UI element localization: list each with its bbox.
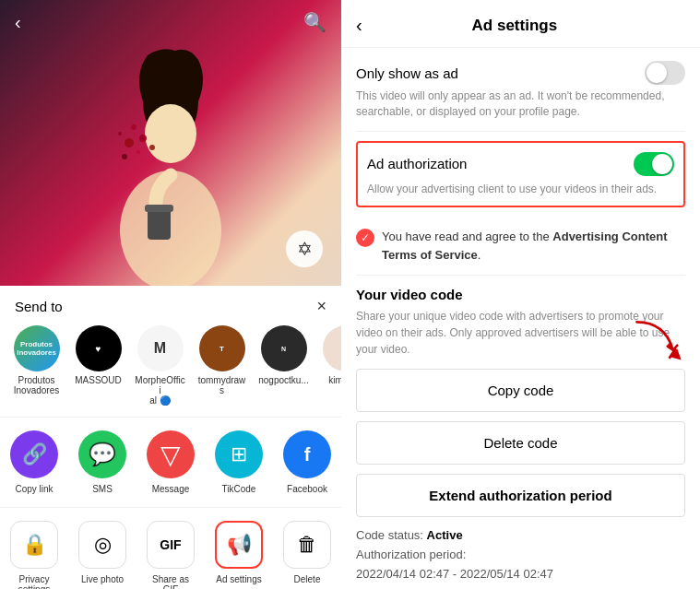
only-show-as-ad-row: Only show as ad <box>356 48 685 88</box>
only-show-desc: This video will only appear as an ad. It… <box>356 88 685 132</box>
contact-item[interactable]: ProdutosInovadores ProdutosInovadores <box>11 325 62 406</box>
copy-link-icon: 🔗 <box>10 430 58 478</box>
actions-row-1: 🔗 Copy link 💬 SMS ▽ Message ⊞ TikCode f … <box>0 417 341 507</box>
contact-item[interactable]: K kimmies <box>320 325 341 406</box>
auth-period-value: 2022/04/14 02:47 - 2022/05/14 02:47 <box>356 567 553 581</box>
ad-authorization-box: Ad authorization Allow your advertising … <box>356 141 685 208</box>
svg-rect-11 <box>145 205 173 212</box>
sms-action[interactable]: 💬 SMS <box>68 421 136 503</box>
ad-settings-action[interactable]: 📢 Ad settings <box>205 512 273 589</box>
auth-period: Authorization period: 2022/04/14 02:47 -… <box>356 546 685 584</box>
live-photo-icon: ◎ <box>78 521 126 569</box>
only-show-toggle[interactable] <box>645 61 685 85</box>
contact-name: MASSOUD <box>75 375 122 385</box>
ad-auth-label: Ad authorization <box>367 156 467 171</box>
toggle-knob <box>647 63 667 83</box>
copy-link-action[interactable]: 🔗 Copy link <box>0 421 68 503</box>
delete-code-button[interactable]: Delete code <box>356 421 685 465</box>
contact-name: tommydraws <box>196 375 247 395</box>
ad-auth-toggle[interactable] <box>634 152 674 176</box>
terms-after: . <box>478 248 481 262</box>
svg-point-4 <box>139 135 147 142</box>
copy-link-label: Copy link <box>15 484 53 494</box>
delete-label: Delete <box>294 574 321 584</box>
svg-point-2 <box>145 104 196 163</box>
message-label: Message <box>152 484 190 494</box>
contact-name: MorpheOfficial 🔵 <box>135 375 185 406</box>
share-gif-action[interactable]: GIF Share asGIF <box>136 512 205 589</box>
back-button[interactable]: ‹ <box>356 15 362 36</box>
terms-text: You have read and agree to the Advertisi… <box>382 228 685 264</box>
delete-icon: 🗑 <box>283 521 331 569</box>
right-panel: ‹ Ad settings Only show as ad This video… <box>341 0 700 589</box>
send-to-panel: Send to × ProdutosInovadores ProdutosIno… <box>0 286 341 589</box>
facebook-label: Facebook <box>287 484 327 494</box>
back-icon[interactable]: ‹ <box>15 12 21 33</box>
close-button[interactable]: × <box>316 297 326 316</box>
auth-period-label: Authorization period: <box>356 548 466 561</box>
tikcode-icon: ⊞ <box>215 430 263 478</box>
message-icon: ▽ <box>147 430 195 478</box>
svg-point-8 <box>118 132 122 135</box>
code-status-label: Code status: <box>356 528 427 542</box>
contact-name: kimmies <box>328 375 341 385</box>
privacy-label: Privacysettings <box>18 574 50 589</box>
delete-action[interactable]: 🗑 Delete <box>273 512 341 589</box>
svg-rect-10 <box>148 207 171 240</box>
page-title: Ad settings <box>374 17 656 35</box>
avatar: ProdutosInovadores <box>14 325 60 371</box>
buttons-area: Copy code Delete code Extend authorizati… <box>356 369 685 528</box>
ad-auth-row: Ad authorization <box>367 152 674 176</box>
contact-item[interactable]: T tommydraws <box>196 325 247 406</box>
tikcode-label: TikCode <box>222 484 256 494</box>
share-gif-icon: GIF <box>147 521 195 569</box>
facebook-action[interactable]: f Facebook <box>273 421 341 503</box>
only-show-label: Only show as ad <box>356 65 458 81</box>
live-photo-label: Live photo <box>81 574 124 584</box>
ad-auth-desc: Allow your advertising client to use you… <box>367 182 674 197</box>
terms-before: You have read and agree to the <box>382 230 552 243</box>
svg-point-5 <box>136 150 140 154</box>
video-code-title: Your video code <box>356 276 685 308</box>
avatar: M <box>137 325 184 371</box>
left-panel: ‹ 🔍 ✡ Se <box>0 0 341 589</box>
extend-authorization-button[interactable]: Extend authorization period <box>356 474 685 517</box>
contact-name: ProdutosInovadores <box>14 375 59 395</box>
contact-name: nogpoctku... <box>258 375 308 385</box>
toggle-knob <box>652 154 672 174</box>
ad-settings-icon: 📢 <box>215 521 263 569</box>
send-to-title: Send to <box>15 299 63 314</box>
message-action[interactable]: ▽ Message <box>136 421 205 503</box>
avatar: N <box>261 325 307 371</box>
svg-point-7 <box>122 154 127 159</box>
tikcode-action[interactable]: ⊞ TikCode <box>205 421 273 503</box>
svg-point-3 <box>149 145 155 150</box>
search-icon[interactable]: 🔍 <box>303 11 326 33</box>
contacts-row: ProdutosInovadores ProdutosInovadores ♥ … <box>0 325 341 417</box>
sms-icon: 💬 <box>78 430 126 478</box>
contact-item[interactable]: N nogpoctku... <box>258 325 309 406</box>
terms-row: ✓ You have read and agree to the Adverti… <box>356 217 685 276</box>
svg-point-6 <box>125 138 134 147</box>
contact-item[interactable]: M MorpheOfficial 🔵 <box>135 325 185 406</box>
live-photo-action[interactable]: ◎ Live photo <box>68 512 136 589</box>
share-gif-label: Share asGIF <box>152 574 189 589</box>
avatar: ♥ <box>76 325 122 371</box>
settings-content: Only show as ad This video will only app… <box>341 48 700 589</box>
actions-row-2: 🔒 Privacysettings ◎ Live photo GIF Share… <box>0 507 341 589</box>
privacy-settings-action[interactable]: 🔒 Privacysettings <box>0 512 68 589</box>
contact-item[interactable]: ♥ MASSOUD <box>73 325 124 406</box>
star-of-david-icon: ✡ <box>286 230 323 267</box>
avatar: T <box>199 325 245 371</box>
red-arrow-annotation <box>621 318 685 383</box>
ad-settings-label: Ad settings <box>216 574 261 584</box>
right-header: ‹ Ad settings <box>341 0 700 48</box>
privacy-icon: 🔒 <box>10 521 58 569</box>
code-status-value: Active <box>427 528 463 542</box>
sms-label: SMS <box>92 484 113 494</box>
check-icon: ✓ <box>356 229 374 247</box>
code-status: Code status: Active <box>356 528 685 542</box>
avatar: K <box>323 325 342 371</box>
facebook-icon: f <box>283 430 331 478</box>
svg-point-9 <box>131 124 136 130</box>
